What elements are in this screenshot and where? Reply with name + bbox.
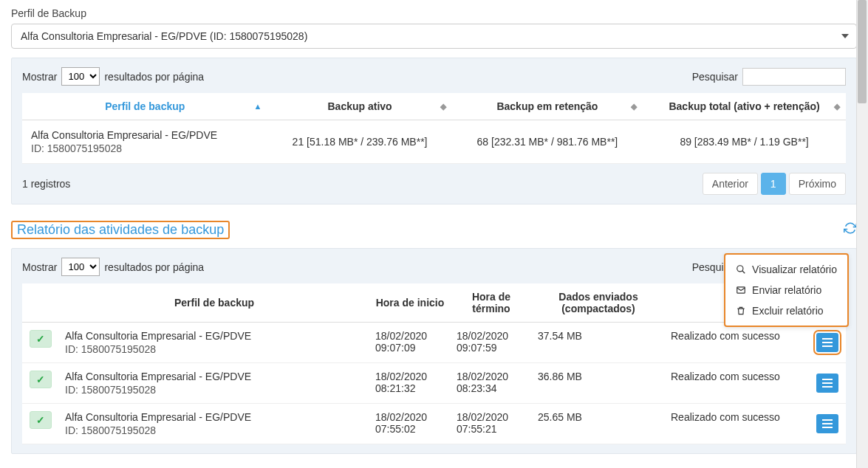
activities-title: Relatório das atividades de backup xyxy=(13,219,228,240)
profile-select[interactable]: Alfa Consultoria Empresarial - EG/PDVE (… xyxy=(11,24,857,49)
retention-value: 68 [232.31 MB* / 981.76 MB**] xyxy=(452,120,643,164)
start-time: 09:07:09 xyxy=(375,342,445,354)
envelope-icon xyxy=(736,285,746,295)
status-text: Realizado com sucesso xyxy=(665,363,809,404)
success-check-icon: ✓ xyxy=(30,371,52,388)
profile-name: Alfa Consultoria Empresarial - EG/PDVE xyxy=(65,371,363,382)
show-label: Mostrar xyxy=(22,71,57,83)
end-time: 09:07:59 xyxy=(457,342,526,354)
col-profile-header-2[interactable]: Perfil de backup xyxy=(59,283,369,323)
table-row: Alfa Consultoria Empresarial - EG/PDVE I… xyxy=(22,120,846,164)
start-time: 08:21:32 xyxy=(375,382,445,394)
caret-down-icon xyxy=(841,34,849,38)
profile-name: Alfa Consultoria Empresarial - EG/PDVE xyxy=(31,129,259,141)
sort-icon: ◆ xyxy=(834,102,840,111)
success-check-icon: ✓ xyxy=(30,330,52,348)
start-date: 18/02/2020 xyxy=(375,330,445,342)
menu-send-report[interactable]: Enviar relatório xyxy=(725,280,847,300)
start-date: 18/02/2020 xyxy=(375,371,445,382)
end-date: 18/02/2020 xyxy=(457,371,526,382)
menu-icon xyxy=(822,379,833,388)
scrollbar[interactable] xyxy=(856,0,868,468)
start-time: 07:55:02 xyxy=(375,423,445,435)
sort-icon: ◆ xyxy=(440,102,446,111)
activities-table: Perfil de backup Hora de inicio Hora de … xyxy=(22,283,846,444)
success-check-icon: ✓ xyxy=(30,411,52,429)
show-label-2: Mostrar xyxy=(22,261,57,273)
row-actions-button[interactable] xyxy=(816,333,838,352)
end-time: 08:23:34 xyxy=(457,382,526,394)
page-size-select[interactable]: 100 xyxy=(61,67,100,86)
row-action-menu: Visualizar relatório Enviar relatório Ex… xyxy=(724,253,849,327)
total-value: 89 [283.49 MB* / 1.19 GB**] xyxy=(643,120,846,164)
per-page-label-2: resultados por página xyxy=(104,261,204,273)
col-active-header[interactable]: Backup ativo ◆ xyxy=(267,93,451,120)
menu-icon xyxy=(822,419,833,428)
col-retention-header[interactable]: Backup em retenção ◆ xyxy=(452,93,643,120)
menu-view-report[interactable]: Visualizar relatório xyxy=(725,259,847,280)
magnifier-icon xyxy=(736,264,746,275)
search-label: Pesquisar xyxy=(692,71,738,83)
records-info: 1 registros xyxy=(22,178,70,190)
start-date: 18/02/2020 xyxy=(375,411,445,423)
end-time: 07:55:21 xyxy=(457,423,526,435)
svg-point-0 xyxy=(737,266,743,272)
summary-table: Perfil de backup ▲ Backup ativo ◆ Backup… xyxy=(22,93,846,164)
row-actions-button[interactable] xyxy=(816,374,838,393)
profile-label: Perfil de Backup xyxy=(11,7,857,19)
end-date: 18/02/2020 xyxy=(457,330,526,342)
per-page-label: resultados por página xyxy=(104,71,204,83)
sort-icon: ◆ xyxy=(631,102,637,111)
end-date: 18/02/2020 xyxy=(457,411,526,423)
profile-id: ID: 1580075195028 xyxy=(65,424,363,436)
table-row: ✓Alfa Consultoria Empresarial - EG/PDVEI… xyxy=(22,363,846,404)
sort-asc-icon: ▲ xyxy=(254,102,262,111)
menu-icon xyxy=(822,338,833,347)
profile-name: Alfa Consultoria Empresarial - EG/PDVE xyxy=(65,411,363,423)
menu-delete-report[interactable]: Excluir relatório xyxy=(725,300,847,321)
profile-id: ID: 1580075195028 xyxy=(65,384,363,396)
col-end-header[interactable]: Hora de término xyxy=(451,283,532,323)
profile-name: Alfa Consultoria Empresarial - EG/PDVE xyxy=(65,330,363,342)
status-text: Realizado com sucesso xyxy=(665,323,809,363)
col-profile-header[interactable]: Perfil de backup ▲ xyxy=(22,93,267,120)
profile-select-value: Alfa Consultoria Empresarial - EG/PDVE (… xyxy=(21,30,307,42)
pager-page-1[interactable]: 1 xyxy=(761,173,786,195)
status-text: Realizado com sucesso xyxy=(665,404,809,444)
col-total-header[interactable]: Backup total (ativo + retenção) ◆ xyxy=(643,93,846,120)
table-row: ✓Alfa Consultoria Empresarial - EG/PDVEI… xyxy=(22,404,846,444)
pager-prev[interactable]: Anterior xyxy=(703,173,758,195)
refresh-button[interactable] xyxy=(844,221,857,238)
refresh-icon xyxy=(844,221,857,235)
search-input[interactable] xyxy=(742,68,846,86)
row-actions-button[interactable] xyxy=(816,414,838,433)
table-row: ✓Alfa Consultoria Empresarial - EG/PDVEI… xyxy=(22,323,846,363)
profile-id: ID: 1580075195028 xyxy=(31,142,259,154)
data-sent: 37.54 MB xyxy=(532,323,665,363)
active-value: 21 [51.18 MB* / 239.76 MB**] xyxy=(267,120,451,164)
col-check-header xyxy=(22,283,59,323)
page-size-select-2[interactable]: 100 xyxy=(61,258,100,276)
svg-line-1 xyxy=(742,271,745,274)
data-sent: 25.65 MB xyxy=(532,404,665,444)
col-data-header[interactable]: Dados enviados (compactados) xyxy=(532,283,665,323)
data-sent: 36.86 MB xyxy=(532,363,665,404)
col-start-header[interactable]: Hora de inicio xyxy=(369,283,451,323)
scrollbar-thumb[interactable] xyxy=(858,0,867,103)
pager-next[interactable]: Próximo xyxy=(789,173,846,195)
trash-icon xyxy=(736,306,746,316)
profile-id: ID: 1580075195028 xyxy=(65,343,363,355)
